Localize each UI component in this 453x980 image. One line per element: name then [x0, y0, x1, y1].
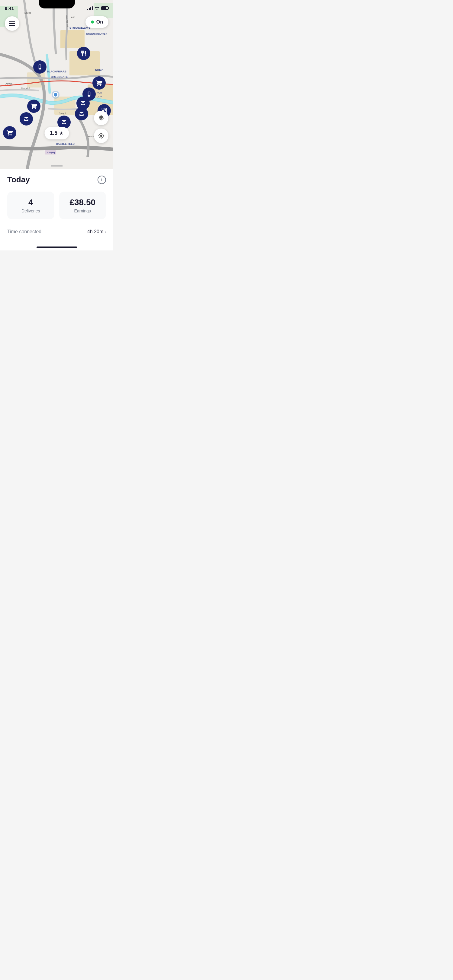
- svg-text:STRANGEWAYS: STRANGEWAYS: [69, 26, 91, 29]
- time-connected-label: Time connected: [7, 229, 41, 234]
- svg-text:CASTLEFIELD: CASTLEFIELD: [56, 142, 75, 145]
- notch: [39, 0, 75, 8]
- star-icon: ★: [59, 130, 64, 136]
- map-container[interactable]: STRANGEWAYS GREEN QUARTER BLACKFRIARS GR…: [0, 0, 113, 169]
- stats-row: 4 Deliveries £38.50 Earnings: [7, 192, 106, 220]
- svg-rect-31: [39, 65, 41, 68]
- svg-text:NOMA: NOMA: [95, 68, 104, 72]
- online-status-dot: [91, 21, 94, 24]
- svg-text:GREEN QUARTER: GREEN QUARTER: [86, 33, 107, 35]
- wifi-icon: [94, 6, 99, 11]
- status-time: 9:41: [5, 6, 14, 11]
- map-pin-phone-1[interactable]: [33, 60, 46, 74]
- map-pin-cart-1[interactable]: [93, 76, 106, 90]
- map-pin-cart-2[interactable]: [27, 100, 40, 113]
- svg-rect-20: [45, 150, 56, 154]
- rating-value: 1.5: [50, 130, 57, 136]
- svg-rect-34: [88, 92, 90, 95]
- current-location-dot: [53, 92, 58, 97]
- today-header: Today i: [7, 175, 106, 185]
- map-pin-store-2[interactable]: [20, 112, 33, 126]
- home-indicator-area: [0, 242, 113, 250]
- earnings-label: Earnings: [74, 208, 91, 213]
- svg-text:GREENGATE: GREENGATE: [51, 75, 68, 78]
- rating-badge: 1.5 ★: [45, 127, 69, 139]
- deliveries-label: Deliveries: [21, 208, 40, 213]
- time-connected-value[interactable]: 4h 20m ›: [87, 229, 106, 234]
- svg-text:Chapel St: Chapel St: [21, 87, 30, 90]
- svg-text:NOR: NOR: [97, 91, 102, 94]
- svg-text:A5066: A5066: [5, 83, 13, 85]
- map-pin-cart-3[interactable]: [3, 126, 16, 139]
- online-status-button[interactable]: On: [86, 16, 108, 28]
- deliveries-value: 4: [29, 197, 33, 207]
- map-pin-store-3[interactable]: [75, 107, 88, 120]
- hamburger-icon: [9, 21, 15, 25]
- svg-rect-4: [61, 30, 85, 48]
- svg-text:BLACKFRIARS: BLACKFRIARS: [47, 70, 67, 73]
- gps-button[interactable]: [94, 129, 108, 143]
- deliveries-card: 4 Deliveries: [7, 192, 54, 220]
- info-button[interactable]: i: [97, 176, 106, 184]
- drag-handle: [51, 165, 63, 167]
- menu-button[interactable]: [5, 16, 19, 31]
- home-bar: [37, 247, 77, 248]
- battery-icon: [101, 6, 108, 10]
- today-title: Today: [7, 175, 30, 185]
- svg-text:QUA: QUA: [97, 95, 102, 98]
- signal-icon: [87, 6, 93, 10]
- svg-text:A56: A56: [71, 16, 75, 19]
- earnings-value: £38.50: [69, 197, 96, 207]
- drag-handle-area[interactable]: [0, 163, 113, 169]
- chevron-right-icon: ›: [104, 229, 106, 234]
- status-icons: [87, 6, 108, 11]
- bottom-panel: Today i 4 Deliveries £38.50 Earnings Tim…: [0, 169, 113, 242]
- earnings-card: £38.50 Earnings: [59, 192, 106, 220]
- layers-button[interactable]: [94, 111, 108, 125]
- svg-text:Quay S...: Quay S...: [59, 112, 68, 115]
- time-connected-row[interactable]: Time connected 4h 20m ›: [7, 228, 106, 235]
- svg-point-35: [89, 95, 89, 96]
- info-icon: i: [101, 177, 102, 182]
- map-pin-restaurant-1[interactable]: [77, 47, 90, 60]
- svg-point-32: [40, 68, 40, 69]
- online-status-label: On: [96, 19, 103, 25]
